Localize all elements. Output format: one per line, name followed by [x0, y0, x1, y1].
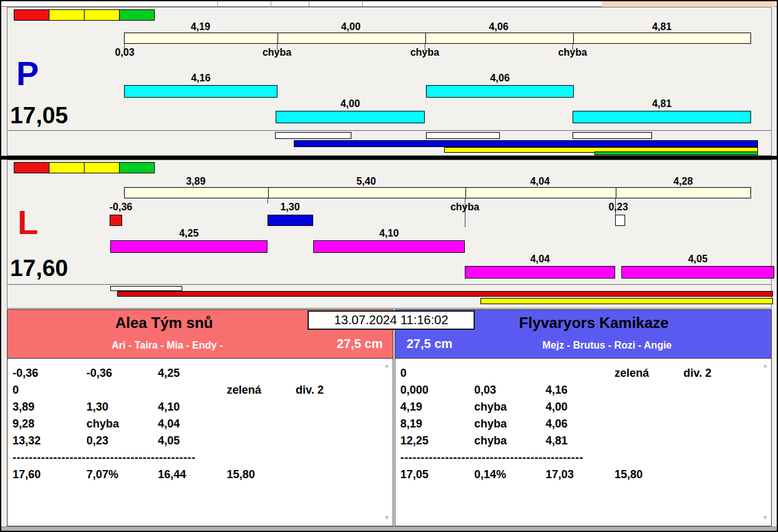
- run-time-label: 4,00: [276, 98, 425, 110]
- legend-box-yellow-1: [49, 162, 85, 173]
- table-cell: 15,80: [227, 468, 296, 484]
- table-cell: [296, 434, 393, 451]
- bar-divider: [465, 188, 466, 198]
- scroll-down-arrow[interactable]: ▼: [384, 515, 390, 521]
- team-panel-left: Alea Tým snů Ari - Taira - Mia - Endy - …: [7, 309, 393, 526]
- table-cell: 1,30: [86, 400, 158, 417]
- table-cell: chyba: [474, 434, 546, 451]
- table-cell: [683, 434, 771, 451]
- table-cell: [296, 400, 393, 417]
- table-cell: [227, 417, 296, 434]
- table-cell: 4,04: [158, 417, 227, 434]
- timing-app-window: P 17,05 4,19 4,00 4,06 4,81 0,03 chyba c…: [0, 0, 778, 532]
- table-cell: [296, 417, 393, 434]
- table-row: 0zelenádiv. 2: [13, 383, 393, 400]
- table-cell: [227, 366, 296, 383]
- legend-box-red: [14, 162, 49, 173]
- progress-bar-yellow: [480, 298, 773, 304]
- progress-bar-blue: [294, 140, 758, 147]
- run-bar: [110, 240, 267, 253]
- table-row: 17,050,14%17,0315,80: [400, 468, 771, 484]
- lane-status-legend: [14, 162, 154, 173]
- table-row: 17,607,07%16,4415,80: [13, 468, 393, 484]
- run-bar: [124, 85, 277, 98]
- separator-row: ----------------------------------------…: [400, 451, 771, 468]
- table-cell: 8,19: [400, 417, 474, 434]
- table-cell: -0,36: [13, 366, 86, 383]
- change-delta-label: 0,23: [599, 202, 638, 213]
- run-bar: [313, 240, 465, 253]
- bar-divider: [616, 188, 616, 198]
- table-cell: 4,81: [546, 434, 615, 451]
- split-label: 4,81: [573, 21, 751, 33]
- table-cell: [227, 434, 296, 451]
- table-cell: 4,05: [158, 434, 227, 451]
- run-time-label: 4,06: [426, 73, 574, 84]
- table-cell: [683, 400, 771, 417]
- scroll-up-arrow[interactable]: ▲: [762, 363, 768, 369]
- team-results-left: -0,36-0,364,250zelenádiv. 23,891,304,109…: [8, 358, 393, 526]
- table-cell: 0,03: [474, 383, 546, 400]
- table-cell: [683, 468, 771, 484]
- table-cell: chyba: [474, 400, 546, 417]
- table-cell: [296, 366, 393, 383]
- change-delta-label: 1,30: [271, 202, 309, 213]
- split-timeline-bar: [124, 33, 751, 44]
- table-cell: div. 2: [683, 366, 771, 383]
- toolbar-highlight: [602, 1, 775, 7]
- legend-box-yellow-1: [49, 9, 85, 21]
- column-divider: [362, 1, 363, 7]
- table-cell: 0,14%: [474, 468, 546, 484]
- scroll-up-arrow[interactable]: ▲: [384, 363, 390, 369]
- table-cell: 0: [13, 383, 86, 400]
- legend-box-yellow-2: [84, 162, 120, 173]
- table-cell: [615, 434, 683, 451]
- split-label: 4,19: [124, 21, 277, 33]
- top-toolbar-strip: [1, 1, 777, 7]
- lane-total-time: 17,60: [10, 255, 68, 282]
- table-cell: 4,19: [400, 400, 474, 417]
- table-row: 13,320,234,05: [13, 434, 393, 451]
- legend-box-yellow-2: [84, 9, 120, 21]
- section-separator-line: [8, 130, 771, 131]
- column-divider: [271, 1, 271, 7]
- table-row: 12,25chyba4,81: [400, 434, 771, 451]
- split-label: 5,40: [267, 176, 465, 187]
- scroll-down-arrow[interactable]: ▼: [762, 515, 768, 521]
- delta-box-red: [110, 215, 122, 226]
- table-cell: 4,16: [546, 383, 615, 400]
- datetime-display: 13.07.2024 11:16:02: [308, 310, 475, 330]
- legend-box-green: [119, 162, 155, 173]
- table-cell: 4,06: [546, 417, 615, 434]
- table-cell: [296, 468, 393, 484]
- split-label: 4,28: [615, 176, 751, 187]
- team-dogs: Mejz - Brutus - Rozi - Angie: [472, 340, 742, 351]
- jump-height: 27,5 cm: [407, 337, 452, 351]
- team-name: Alea Tým snů: [8, 314, 321, 332]
- table-cell: zelená: [615, 366, 683, 383]
- table-cell: chyba: [86, 417, 158, 434]
- table-cell: div. 2: [296, 383, 393, 400]
- run-bar: [573, 111, 751, 123]
- change-delta-label: chyba: [553, 47, 592, 58]
- table-cell: [158, 383, 227, 400]
- delta-box-blue: [267, 215, 313, 226]
- run-bar: [465, 266, 615, 279]
- table-cell: [474, 366, 546, 383]
- table-row: 3,891,304,10: [13, 400, 393, 417]
- bar-divider: [277, 33, 278, 43]
- table-cell: -0,36: [86, 366, 158, 383]
- table-cell: 4,10: [158, 400, 227, 417]
- table-cell: 17,60: [13, 468, 86, 484]
- table-cell: chyba: [474, 417, 546, 434]
- bar-divider: [573, 33, 574, 43]
- table-row: 0,0000,034,16: [400, 383, 771, 400]
- progress-segment-white: [426, 132, 500, 139]
- run-time-label: 4,10: [313, 228, 465, 239]
- run-time-label: 4,05: [621, 253, 774, 265]
- progress-segment-white: [275, 132, 351, 139]
- change-delta-label: chyba: [405, 47, 444, 58]
- table-cell: 17,05: [400, 468, 474, 484]
- table-cell: 0,000: [400, 383, 474, 400]
- table-cell: 13,32: [13, 434, 86, 451]
